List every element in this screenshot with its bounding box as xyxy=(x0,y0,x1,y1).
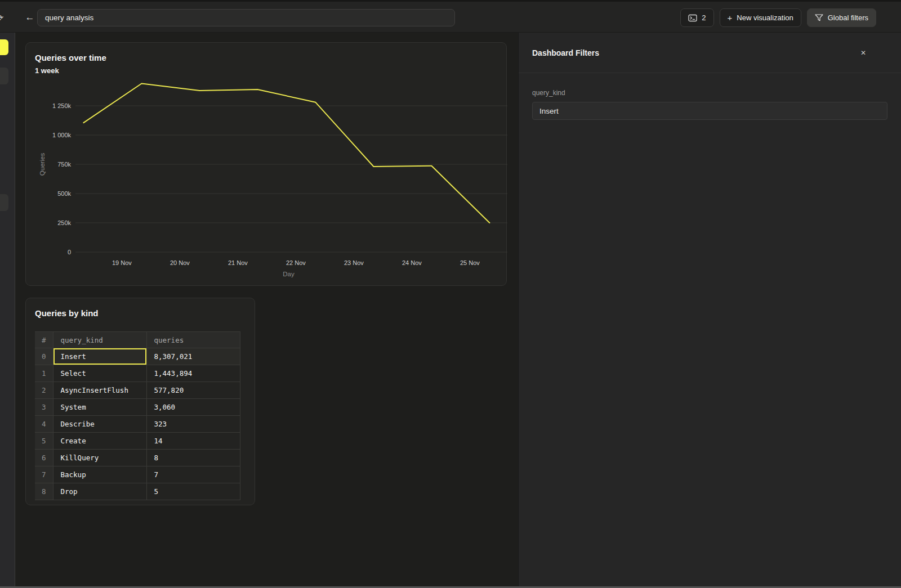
row-index-cell[interactable]: 7 xyxy=(35,466,53,483)
svg-text:250k: 250k xyxy=(57,219,71,226)
table-row: 2AsyncInsertFlush577,820 xyxy=(35,382,240,399)
svg-text:21 Nov: 21 Nov xyxy=(228,259,248,266)
svg-text:23 Nov: 23 Nov xyxy=(344,259,364,266)
close-icon[interactable]: ✕ xyxy=(857,47,869,59)
funnel-icon xyxy=(815,14,823,21)
dashboard-filters-panel: Dashboard Filters ✕ query_kind xyxy=(518,33,901,588)
table-header-row: # query_kind queries xyxy=(35,332,240,348)
svg-text:24 Nov: 24 Nov xyxy=(402,259,422,266)
queries-cell[interactable]: 3,060 xyxy=(146,399,240,416)
back-button[interactable]: ← xyxy=(23,10,37,25)
query-kind-filter-input[interactable] xyxy=(532,102,887,120)
new-visualization-button[interactable]: + New visualization xyxy=(720,8,801,27)
plus-icon: + xyxy=(728,13,733,23)
row-index-cell[interactable]: 4 xyxy=(35,416,53,433)
row-index-cell[interactable]: 1 xyxy=(35,365,53,382)
table-row: 4Describe323 xyxy=(35,416,240,433)
rail-item-active[interactable] xyxy=(0,39,8,55)
new-visualization-label: New visualization xyxy=(737,14,793,22)
svg-text:19 Nov: 19 Nov xyxy=(112,259,132,266)
queries-cell[interactable]: 5 xyxy=(146,483,240,500)
svg-text:750k: 750k xyxy=(57,161,71,168)
queries-cell[interactable]: 7 xyxy=(146,466,240,483)
table-title: Queries by kind xyxy=(35,308,99,318)
svg-text:0: 0 xyxy=(68,249,71,255)
queries-cell[interactable]: 323 xyxy=(146,416,240,433)
svg-text:Queries: Queries xyxy=(39,153,46,176)
column-header-queries[interactable]: queries xyxy=(146,332,240,348)
row-index-cell[interactable]: 8 xyxy=(35,483,53,500)
panel-header: Dashboard Filters ✕ xyxy=(519,33,901,73)
row-index-cell[interactable]: 2 xyxy=(35,382,53,399)
query-kind-cell[interactable]: AsyncInsertFlush xyxy=(53,382,146,399)
row-index-cell[interactable]: 5 xyxy=(35,433,53,450)
table-row: 6KillQuery8 xyxy=(35,450,240,466)
column-header-index[interactable]: # xyxy=(35,332,53,348)
svg-text:22 Nov: 22 Nov xyxy=(286,259,306,266)
query-kind-cell[interactable]: System xyxy=(53,399,146,416)
row-index-cell[interactable]: 3 xyxy=(35,399,53,416)
column-header-query-kind[interactable]: query_kind xyxy=(53,332,146,348)
panel-title: Dashboard Filters xyxy=(532,48,857,57)
global-filters-button[interactable]: Global filters xyxy=(807,8,876,27)
svg-text:Day: Day xyxy=(283,271,295,277)
queries-by-kind-table: # query_kind queries 0Insert8,307,0211Se… xyxy=(35,331,240,500)
table-row: 1Select1,443,894 xyxy=(35,365,240,382)
table-row: 3System3,060 xyxy=(35,399,240,416)
row-index-cell[interactable]: 0 xyxy=(35,348,53,365)
queries-over-time-card: Queries over time 1 week 0250k500k750k1 … xyxy=(25,42,507,286)
table-row: 8Drop5 xyxy=(35,483,240,500)
query-kind-cell[interactable]: Insert xyxy=(53,348,146,365)
sql-console-button[interactable]: 2 xyxy=(680,8,713,27)
top-bar: ⟳ ← 2 + New visualization Global xyxy=(0,0,901,33)
svg-text:1 000k: 1 000k xyxy=(52,132,72,138)
rail-item-3[interactable] xyxy=(0,194,8,211)
queries-cell[interactable]: 577,820 xyxy=(146,382,240,399)
table-row: 5Create14 xyxy=(35,433,240,450)
svg-text:25 Nov: 25 Nov xyxy=(460,259,480,266)
queries-cell[interactable]: 1,443,894 xyxy=(146,365,240,382)
terminal-icon xyxy=(688,14,697,22)
queries-line-chart[interactable]: 0250k500k750k1 000k1 250k19 Nov20 Nov21 … xyxy=(26,43,507,286)
query-kind-cell[interactable]: Drop xyxy=(53,483,146,500)
rail-item-2[interactable] xyxy=(0,68,8,84)
global-filters-label: Global filters xyxy=(828,14,868,22)
svg-text:1 250k: 1 250k xyxy=(52,102,72,109)
queries-cell[interactable]: 8,307,021 xyxy=(146,348,240,365)
query-kind-filter-label: query_kind xyxy=(532,89,887,97)
left-rail xyxy=(0,33,15,588)
refresh-icon[interactable]: ⟳ xyxy=(0,12,8,25)
svg-text:500k: 500k xyxy=(57,190,71,197)
query-kind-cell[interactable]: KillQuery xyxy=(53,450,146,466)
queries-by-kind-card: Queries by kind # query_kind queries 0In… xyxy=(25,298,255,505)
row-index-cell[interactable]: 6 xyxy=(35,450,53,466)
queries-cell[interactable]: 8 xyxy=(146,450,240,466)
svg-text:20 Nov: 20 Nov xyxy=(170,259,190,266)
console-count: 2 xyxy=(702,14,706,22)
query-kind-cell[interactable]: Select xyxy=(53,365,146,382)
query-kind-cell[interactable]: Backup xyxy=(53,466,146,483)
query-kind-cell[interactable]: Describe xyxy=(53,416,146,433)
query-kind-cell[interactable]: Create xyxy=(53,433,146,450)
dashboard-title-input[interactable] xyxy=(37,9,455,26)
table-row: 0Insert8,307,021 xyxy=(35,348,240,365)
table-row: 7Backup7 xyxy=(35,466,240,483)
panel-body: query_kind xyxy=(519,73,901,136)
queries-cell[interactable]: 14 xyxy=(146,433,240,450)
topbar-actions: 2 + New visualization Global filters xyxy=(680,8,876,27)
